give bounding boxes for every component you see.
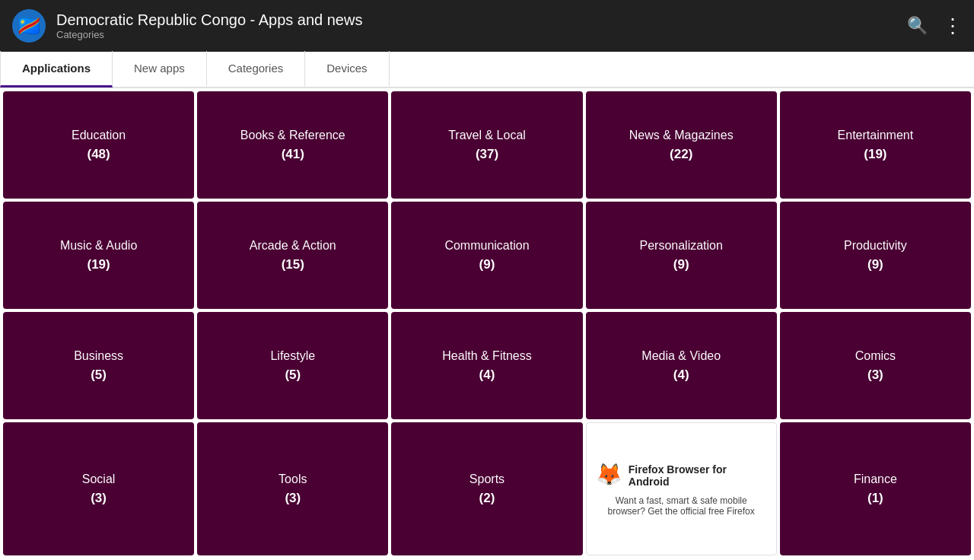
card-count: (19)	[87, 257, 110, 272]
categories-grid: Education (48) Books & Reference (41) Tr…	[0, 88, 974, 558]
card-title: Arcade & Action	[250, 239, 336, 253]
card-title: Travel & Local	[448, 129, 526, 142]
card-count: (4)	[673, 368, 689, 383]
card-title: Lifestyle	[270, 349, 315, 363]
tab-categories[interactable]: Categories	[207, 51, 306, 88]
card-count: (48)	[87, 147, 110, 162]
category-card[interactable]: Productivity (9)	[780, 202, 971, 309]
category-card[interactable]: Comics (3)	[780, 312, 971, 419]
card-count: (22)	[670, 147, 692, 162]
card-count: (2)	[479, 491, 495, 506]
flag-icon: 🇨🇩	[12, 9, 46, 43]
card-count: (9)	[673, 257, 689, 272]
card-count: (3)	[867, 368, 883, 383]
card-title: News & Magazines	[629, 129, 734, 142]
category-card[interactable]: Business (5)	[3, 312, 194, 419]
category-card[interactable]: Education (48)	[3, 91, 194, 199]
header-titles: Democratic Republic Congo - Apps and new…	[56, 11, 362, 40]
card-count: (3)	[285, 491, 301, 506]
category-card[interactable]: Finance (1)	[780, 422, 971, 555]
card-count: (9)	[867, 257, 883, 272]
ad-card[interactable]: 🦊 Firefox Browser for Android Want a fas…	[586, 422, 777, 555]
card-title: Finance	[854, 473, 897, 486]
card-title: Social	[82, 473, 116, 486]
header: 🇨🇩 Democratic Republic Congo - Apps and …	[0, 0, 974, 52]
category-card[interactable]: Personalization (9)	[586, 202, 777, 309]
card-title: Books & Reference	[240, 129, 345, 142]
card-title: Personalization	[639, 239, 722, 253]
card-title: Sports	[469, 473, 505, 486]
nav-tabs: Applications New apps Categories Devices	[0, 52, 974, 88]
ad-title: Firefox Browser for Android	[629, 463, 767, 488]
ad-card-top: 🦊 Firefox Browser for Android	[596, 462, 767, 489]
card-count: (4)	[479, 368, 495, 383]
category-card[interactable]: Books & Reference (41)	[197, 91, 388, 199]
card-count: (41)	[282, 147, 304, 162]
card-title: Business	[74, 349, 123, 363]
card-title: Media & Video	[641, 349, 721, 363]
category-card[interactable]: Music & Audio (19)	[3, 202, 194, 309]
tab-applications[interactable]: Applications	[0, 51, 113, 88]
category-card[interactable]: Entertainment (19)	[780, 91, 971, 199]
category-card[interactable]: Tools (3)	[197, 422, 388, 555]
category-card[interactable]: Media & Video (4)	[586, 312, 777, 419]
card-count: (37)	[476, 147, 498, 162]
header-actions: 🔍 ⋮	[907, 14, 962, 38]
card-title: Productivity	[844, 239, 907, 253]
page-subtitle: Categories	[56, 29, 362, 40]
category-card[interactable]: Travel & Local (37)	[391, 91, 582, 199]
card-count: (3)	[91, 491, 107, 506]
category-card[interactable]: Health & Fitness (4)	[391, 312, 582, 419]
page-title: Democratic Republic Congo - Apps and new…	[56, 11, 362, 29]
more-options-icon[interactable]: ⋮	[943, 14, 962, 38]
card-count: (5)	[91, 368, 107, 383]
card-count: (5)	[285, 368, 301, 383]
card-title: Health & Fitness	[442, 349, 531, 363]
category-card[interactable]: Arcade & Action (15)	[197, 202, 388, 309]
card-count: (15)	[282, 257, 304, 272]
header-left: 🇨🇩 Democratic Republic Congo - Apps and …	[12, 9, 362, 43]
category-card[interactable]: Social (3)	[3, 422, 194, 555]
category-card[interactable]: News & Magazines (22)	[586, 91, 777, 199]
card-count: (9)	[479, 257, 495, 272]
category-card[interactable]: Communication (9)	[391, 202, 582, 309]
tab-devices[interactable]: Devices	[305, 51, 389, 88]
card-title: Education	[72, 129, 126, 142]
card-title: Comics	[855, 349, 896, 363]
category-card[interactable]: Sports (2)	[391, 422, 582, 555]
tab-new-apps[interactable]: New apps	[113, 51, 207, 88]
firefox-icon: 🦊	[596, 462, 622, 489]
card-count: (1)	[867, 491, 883, 506]
ad-text: Want a fast, smart & safe mobile browser…	[596, 495, 767, 517]
card-title: Communication	[444, 239, 529, 253]
card-title: Entertainment	[838, 129, 914, 142]
category-card[interactable]: Lifestyle (5)	[197, 312, 388, 419]
card-count: (19)	[864, 147, 886, 162]
card-title: Music & Audio	[60, 239, 137, 253]
card-title: Tools	[279, 473, 307, 486]
search-icon[interactable]: 🔍	[907, 16, 928, 36]
